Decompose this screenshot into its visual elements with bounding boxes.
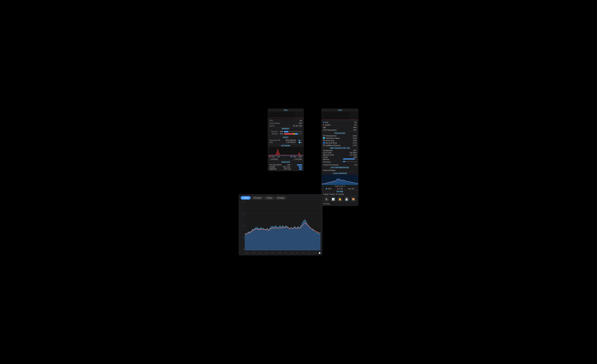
chart-panel: 1 Hour 24 Hours 7 Days 30 Days 4 3 2 1 0 bbox=[239, 194, 322, 255]
network-legend: Peak ↑ 21K Peak ↓ 552K bbox=[268, 155, 303, 158]
disks-section: Macintosh HD... 875.8 GB free Data 1.24 … bbox=[268, 139, 303, 144]
sensor1-value: 149° bbox=[287, 164, 291, 166]
rp-temp-row: CPU Temperature 149° bbox=[322, 129, 358, 131]
gpu-power-row: Power 33W bbox=[322, 156, 358, 158]
x-1246: 12:46 bbox=[265, 252, 268, 254]
memory-bar-red bbox=[284, 133, 293, 135]
sensor3-row: Rightside 2337 rpm bbox=[269, 168, 302, 170]
x-1251: 12:51 bbox=[271, 252, 275, 254]
gpu-title: AMD RADEON PRO 460 bbox=[322, 147, 358, 149]
rp-system-value: 2% bbox=[354, 124, 357, 126]
icon-btn-4[interactable]: 💾 bbox=[344, 197, 349, 201]
load-avg-legend: 0.91 1.40 1.43 bbox=[322, 187, 358, 190]
load-avg-title: LOAD AVERAGE bbox=[322, 172, 358, 175]
sensor1-label: CPU Die (PECI) bbox=[269, 164, 282, 166]
gpu-core-value: 907 MHz bbox=[350, 152, 357, 154]
download-dot bbox=[291, 156, 292, 157]
sensor3-label: Rightside bbox=[269, 168, 276, 170]
chart-area: 4 3 2 1 0 bbox=[241, 201, 321, 254]
proc4-name: iStatMenusDaemon bbox=[325, 145, 353, 146]
tab-30days[interactable]: 30 Days bbox=[275, 196, 286, 200]
proc4-icon bbox=[323, 144, 325, 146]
x-116: 1:16 bbox=[301, 252, 305, 254]
time-tabs: 1 Hour 24 Hours 7 Days 30 Days bbox=[241, 196, 321, 200]
gpu-memory-label: Memory bbox=[323, 158, 329, 160]
gpu-power-value: 33W bbox=[353, 156, 357, 158]
processes-title: PROCESSES bbox=[322, 132, 358, 135]
gpu-memory-bar-row: Memory bbox=[322, 158, 358, 161]
disk1-bar bbox=[299, 140, 302, 141]
sensor2-value: 2517 rpm bbox=[283, 166, 290, 168]
memory-bar-orange bbox=[293, 133, 295, 135]
tab-7days[interactable]: 7 Days bbox=[264, 196, 275, 200]
disk1-label: Macintosh HD... bbox=[269, 139, 283, 141]
rp-cpu-title: CPU bbox=[322, 109, 358, 112]
icon-btn-2[interactable]: 📊 bbox=[331, 197, 336, 201]
sensors-title: SENSORS bbox=[268, 161, 303, 163]
cpu-title: CPU bbox=[268, 109, 303, 112]
process-4: iStatMenusDaemon 0.7% bbox=[322, 144, 358, 147]
load1: 0.91 bbox=[326, 188, 331, 190]
icon-btn-5[interactable]: 🎨 bbox=[351, 197, 356, 201]
cpu-label: CPU bbox=[269, 120, 273, 122]
gpu-temp-value: 149° bbox=[353, 150, 357, 151]
process-2: kernel_task 3.0% bbox=[322, 139, 358, 142]
gpu-temp-label: Temperature bbox=[323, 150, 333, 151]
gpu-core-label: Core Clock bbox=[323, 152, 331, 154]
peak-down-label: Peak ↓ 552K bbox=[291, 156, 302, 158]
processes-list: WindowServer 6.6% iStat Menus Status 6.0… bbox=[322, 135, 358, 147]
x-121: 1:21 bbox=[307, 252, 310, 254]
memory-pct: 61% bbox=[279, 133, 283, 135]
gpu-fps-label: Frames Per Second bbox=[323, 164, 338, 166]
disk2-row: Data 1.24 TB free bbox=[269, 141, 302, 143]
rp-idle-label: Idle bbox=[323, 127, 326, 128]
svg-rect-2 bbox=[268, 147, 303, 155]
gpu-mem-value: 1.27 GHz bbox=[350, 154, 357, 156]
disk2-bar bbox=[299, 142, 302, 143]
rp-cpu-graph bbox=[322, 112, 358, 121]
memory-bar-blue bbox=[295, 133, 298, 135]
process-0: WindowServer 6.6% bbox=[322, 135, 358, 137]
cpu-row: CPU 4% bbox=[268, 119, 303, 122]
rp-temp-label: CPU Temperature bbox=[323, 129, 337, 131]
gpu-memory-fill bbox=[343, 158, 355, 160]
proc0-value: 6.6% bbox=[353, 135, 357, 137]
y-1: 1 bbox=[243, 237, 245, 239]
y-axis: 4 3 2 1 0 bbox=[241, 201, 245, 250]
rp-idle-value: 96% bbox=[353, 127, 357, 128]
x-106: 1:06 bbox=[290, 252, 293, 254]
rp-user-label: User bbox=[323, 121, 329, 123]
disks-title: DISKS bbox=[268, 136, 303, 139]
proc1-name: iStat Menus Status bbox=[325, 137, 353, 139]
gpu-fps-value: 4.8 bbox=[354, 164, 357, 166]
load2: 1.40 bbox=[337, 188, 343, 190]
right-panel: CPU User 2% System 2% Idle bbox=[322, 109, 358, 206]
cpu-value: 4% bbox=[300, 120, 302, 122]
uptime-section: 2 days, 5 hours, 21 minutes bbox=[322, 193, 358, 196]
icons-row: 🖥 📊 🔔 💾 🎨 bbox=[322, 196, 358, 202]
tab-1hour[interactable]: 1 Hour bbox=[241, 196, 251, 200]
rp-user-value: 2% bbox=[354, 121, 357, 123]
pressure-pct: 24% bbox=[279, 131, 283, 132]
x-1256: 12:56 bbox=[278, 252, 282, 254]
gpu-power-label: Power bbox=[323, 156, 328, 158]
load-avg-value: 0.91 bbox=[299, 122, 302, 124]
proc2-icon bbox=[323, 139, 325, 142]
load3: 1.43 bbox=[348, 188, 354, 190]
rp-temp-value: 149° bbox=[353, 129, 357, 131]
disk2-label: Data bbox=[269, 141, 283, 143]
x-126: 1:26 bbox=[313, 252, 316, 254]
disk2-value: 1.24 TB free bbox=[286, 141, 296, 143]
gpu-mem-row: Memory Clock 1.27 GHz bbox=[322, 154, 358, 156]
uninstall-link[interactable]: Uninstall... bbox=[322, 202, 358, 206]
sensor3-bar bbox=[299, 169, 302, 170]
proc3-icon bbox=[323, 142, 325, 144]
network-graph bbox=[268, 147, 303, 155]
memory-title: MEMORY bbox=[268, 127, 303, 130]
tab-24hours[interactable]: 24 Hours bbox=[251, 196, 264, 200]
user-dot bbox=[323, 122, 324, 123]
icon-btn-3[interactable]: 🔔 bbox=[338, 197, 342, 201]
icon-btn-1[interactable]: 🖥 bbox=[324, 197, 329, 201]
sensor2-bar bbox=[299, 166, 302, 168]
pressure-bar-fill bbox=[284, 131, 288, 132]
